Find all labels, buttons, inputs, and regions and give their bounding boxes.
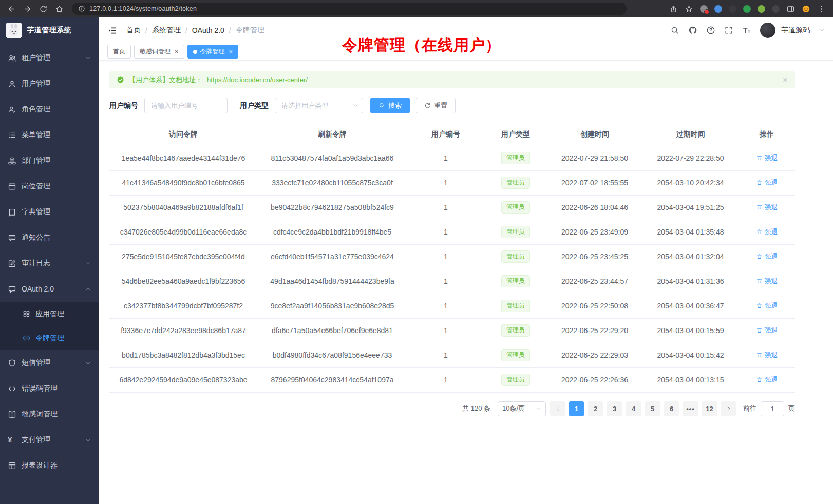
refresh-token-cell: 8796295f04064c2983414cc54af1097a <box>257 367 407 392</box>
breadcrumb-item[interactable]: 令牌管理 <box>236 26 264 35</box>
font-size-icon[interactable] <box>742 26 751 35</box>
alert-link[interactable]: https://doc.iocoder.cn/user-center/ <box>207 76 308 84</box>
sidebar-item-sensitive[interactable]: 敏感词管理 <box>0 401 99 427</box>
column-header: 用户编号 <box>407 124 484 146</box>
force-logout-button[interactable]: 强退 <box>756 375 778 384</box>
force-logout-button[interactable]: 强退 <box>756 178 778 187</box>
force-logout-button[interactable]: 强退 <box>756 277 778 286</box>
chevron-down-icon[interactable] <box>819 27 825 33</box>
fullscreen-icon[interactable] <box>724 26 733 35</box>
close-icon[interactable]: × <box>783 75 788 84</box>
action-cell: 强退 <box>739 343 795 367</box>
browser-chrome: 127.0.0.1:1024/system/oauth2/token <box>0 0 833 17</box>
column-header: 访问令牌 <box>109 124 257 146</box>
active-dot <box>193 50 197 54</box>
sidebar-item-errcode[interactable]: 错误码管理 <box>0 376 99 401</box>
address-bar[interactable]: 127.0.0.1:1024/system/oauth2/token <box>72 3 627 15</box>
tab-token[interactable]: 令牌管理 × <box>187 45 239 59</box>
github-icon[interactable] <box>688 26 697 35</box>
goto-page-input[interactable] <box>761 401 784 416</box>
extension-icon[interactable] <box>729 5 736 13</box>
extension-icon[interactable] <box>772 5 780 13</box>
sidebar-item-menu[interactable]: 菜单管理 <box>0 122 99 148</box>
close-icon[interactable]: × <box>175 48 179 55</box>
user-id-cell: 1 <box>407 367 484 392</box>
chevron-left-icon <box>555 405 561 412</box>
page-button[interactable]: 6 <box>664 401 679 416</box>
force-logout-button[interactable]: 强退 <box>756 326 778 335</box>
side-panel-icon[interactable] <box>786 5 795 13</box>
force-logout-button[interactable]: 强退 <box>756 351 778 360</box>
sidebar-item-dept[interactable]: 部门管理 <box>0 148 99 173</box>
close-icon[interactable]: × <box>229 48 233 55</box>
sidebar-item-oauth[interactable]: OAuth 2.0 <box>0 276 99 302</box>
user-type-cell: 管理员 <box>484 146 547 170</box>
forward-icon[interactable] <box>23 5 32 13</box>
topbar-actions: 芋道源码 <box>670 23 825 38</box>
extension-icon[interactable] <box>714 5 722 13</box>
page-button[interactable]: 5 <box>645 401 660 416</box>
search-button[interactable]: 搜索 <box>370 98 410 113</box>
trash-icon <box>756 302 763 309</box>
tab-sensitive-word[interactable]: 敏感词管理 × <box>134 45 184 59</box>
breadcrumb-item[interactable]: 系统管理 <box>152 26 181 35</box>
sidebar-item-user[interactable]: 用户管理 <box>0 71 99 96</box>
prev-page-button[interactable] <box>550 401 565 416</box>
share-icon[interactable] <box>669 5 678 13</box>
force-logout-button[interactable]: 强退 <box>756 227 778 237</box>
user-name[interactable]: 芋道源码 <box>781 26 810 35</box>
sidebar-item-notice[interactable]: 通知公告 <box>0 225 99 250</box>
page-button[interactable]: 2 <box>588 401 603 416</box>
info-icon[interactable] <box>78 5 85 12</box>
page-ellipsis[interactable]: ••• <box>683 401 698 416</box>
chevron-down-icon <box>535 405 541 412</box>
page-size-select[interactable]: 10条/页 <box>498 401 546 416</box>
table-row: 54d6be82ee5a460a9aedc1f9bf223656 49d1aa4… <box>109 269 795 294</box>
back-icon[interactable] <box>7 5 16 13</box>
profile-avatar-icon[interactable] <box>802 5 810 13</box>
logo[interactable]: 芋道管理系统 <box>0 17 99 43</box>
page-button[interactable]: 12 <box>702 401 717 416</box>
force-logout-button[interactable]: 强退 <box>756 203 778 212</box>
page-button[interactable]: 1 <box>569 401 584 416</box>
refresh-icon[interactable] <box>39 5 48 13</box>
sidebar-item-pay[interactable]: ¥ 支付管理 <box>0 427 99 453</box>
next-page-button[interactable] <box>721 401 736 416</box>
user-type-select-input[interactable] <box>275 98 363 113</box>
sidebar-item-label: 用户管理 <box>22 79 50 88</box>
force-logout-button[interactable]: 强退 <box>756 301 778 311</box>
sidebar-item-audit[interactable]: 审计日志 <box>0 250 99 276</box>
sidebar-item-report[interactable]: 报表设计器 <box>0 453 99 478</box>
breadcrumb-item[interactable]: OAuth 2.0 <box>192 26 224 34</box>
collapse-menu-icon[interactable] <box>107 26 117 35</box>
app-title: 芋道管理系统 <box>27 26 71 35</box>
force-logout-button[interactable]: 强退 <box>756 153 778 163</box>
bookmark-star-icon[interactable] <box>685 5 693 13</box>
sidebar-item-oauth-token[interactable]: 令牌管理 <box>0 326 99 350</box>
sidebar-item-sms[interactable]: 短信管理 <box>0 350 99 376</box>
sidebar-item-role[interactable]: 角色管理 <box>0 96 99 122</box>
help-icon[interactable] <box>706 26 715 35</box>
reset-button[interactable]: 重置 <box>416 98 456 113</box>
sidebar-item-dict[interactable]: 字典管理 <box>0 199 99 225</box>
extension-icon[interactable] <box>743 5 751 13</box>
expire-time-cell: 2054-03-04 01:31:36 <box>642 269 739 294</box>
user-avatar[interactable] <box>760 23 775 38</box>
user-id-cell: 1 <box>407 244 484 269</box>
page-button[interactable]: 3 <box>607 401 622 416</box>
chevron-down-icon <box>85 55 91 62</box>
sidebar-item-post[interactable]: 岗位管理 <box>0 173 99 199</box>
breadcrumb-item[interactable]: 首页 <box>126 26 141 35</box>
tab-home[interactable]: 首页 <box>107 45 131 59</box>
user-id-input[interactable] <box>144 98 228 113</box>
user-type-select[interactable] <box>275 98 363 113</box>
extension-icon[interactable] <box>700 5 708 13</box>
search-icon[interactable] <box>670 26 679 35</box>
sidebar-item-tenant[interactable]: 租户管理 <box>0 45 99 71</box>
browser-menu-icon[interactable] <box>817 5 826 13</box>
home-icon[interactable] <box>55 5 64 13</box>
force-logout-button[interactable]: 强退 <box>756 252 778 261</box>
sidebar-item-oauth-app[interactable]: 应用管理 <box>0 302 99 326</box>
page-button[interactable]: 4 <box>626 401 641 416</box>
extension-icon[interactable] <box>758 5 765 13</box>
